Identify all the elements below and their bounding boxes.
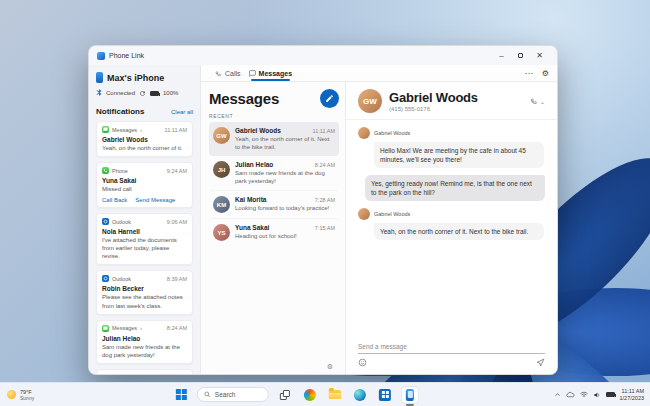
send-message-button[interactable]: Send Message	[135, 197, 175, 203]
start-button[interactable]	[172, 386, 190, 404]
message-preview: Heading out for school!	[235, 232, 335, 240]
notification-title: Gabriel Woods	[102, 136, 187, 143]
conversation-list-item[interactable]: YS Yuna Sakai7:15 AM Heading out for sch…	[209, 218, 339, 246]
message-bubble: Yeah, on the north corner of it. Next to…	[374, 223, 544, 240]
taskbar-app-phone-link[interactable]	[401, 386, 419, 404]
more-menu-icon[interactable]: ⋯	[525, 69, 533, 78]
call-back-button[interactable]: Call Back	[102, 197, 127, 203]
notification-card[interactable]: Outlook 8:39 AM Robin Becker Please see …	[96, 270, 193, 314]
message-bubble: Hello Max! We are meeting by the cafe in…	[374, 142, 544, 168]
system-tray: 11:11 AM 1/27/2023	[554, 383, 644, 406]
notification-time: 11:11 AM	[165, 127, 187, 133]
device-name: Max's iPhone	[107, 73, 164, 83]
avatar: GW	[213, 127, 230, 144]
minimize-button[interactable]: –	[492, 48, 511, 63]
message-time: 7:15 AM	[315, 225, 335, 231]
conversation-list-item[interactable]: GW Gabriel Woods11:11 AM Yeah, on the no…	[209, 122, 339, 156]
avatar: YS	[213, 224, 230, 241]
message-time: 7:28 AM	[315, 197, 335, 203]
wifi-icon[interactable]	[580, 391, 588, 398]
tab-calls-label: Calls	[225, 70, 241, 77]
phone-link-window: Phone Link – ✕ Max's iPhone Connected 10…	[88, 45, 558, 375]
tab-messages[interactable]: Messages	[245, 65, 296, 81]
refresh-icon[interactable]	[139, 90, 146, 97]
window-titlebar: Phone Link – ✕	[89, 46, 557, 65]
message-composer: Send a message	[346, 343, 557, 374]
notification-body: I've attached the documents from earlier…	[102, 236, 187, 260]
outlook-app-icon	[102, 275, 109, 282]
recent-label: Recent	[209, 113, 339, 119]
window-title: Phone Link	[109, 52, 144, 59]
notification-card[interactable]: Messages › 8:23 AM Julian Helao Thanks f…	[96, 369, 193, 374]
contact-name: Kai Morita	[235, 196, 266, 203]
volume-icon[interactable]	[593, 391, 601, 399]
notification-app-label: Messages	[112, 127, 137, 133]
connection-status: Connected	[106, 90, 135, 96]
notification-app-label: Outlook	[112, 219, 131, 225]
incoming-message-group: Gabriel Woods Yeah, on the north corner …	[358, 208, 545, 240]
conversation-list-item[interactable]: KM Kai Morita7:28 AM Looking forward to …	[209, 190, 339, 218]
tray-chevron-up-icon[interactable]	[554, 391, 561, 398]
avatar	[358, 127, 370, 139]
notification-title: Julian Helao	[102, 335, 187, 342]
message-bubble: Yes, getting ready now! Remind me, is th…	[365, 175, 545, 201]
onedrive-cloud-icon[interactable]	[566, 391, 575, 398]
compose-icon	[325, 94, 334, 103]
chevron-right-icon: ›	[140, 325, 142, 331]
notification-time: 9:24 AM	[167, 168, 187, 174]
messages-panel-title: Messages	[209, 90, 279, 107]
conversation-contact-name: Gabriel Woods	[389, 90, 478, 105]
notification-card[interactable]: Messages › 11:11 AM Gabriel Woods Yeah, …	[96, 121, 193, 157]
taskbar-app-file-explorer[interactable]	[326, 386, 344, 404]
contact-name: Yuna Sakai	[235, 224, 269, 231]
contact-name: Gabriel Woods	[235, 127, 281, 134]
notification-card[interactable]: Messages › 8:24 AM Julian Helao Sam made…	[96, 320, 193, 364]
task-view-icon	[280, 390, 290, 400]
taskbar-app-copilot[interactable]	[301, 386, 319, 404]
task-view-button[interactable]	[276, 386, 294, 404]
phone-app-icon	[102, 167, 109, 174]
message-time: 8:24 AM	[315, 162, 335, 168]
tray-battery-icon[interactable]	[606, 392, 615, 397]
taskbar-app-store[interactable]	[376, 386, 394, 404]
message-input[interactable]: Send a message	[358, 343, 545, 354]
conversation-list-item[interactable]: JH Julian Helao8:24 AM Sam made new frie…	[209, 156, 339, 190]
notification-title: Robin Becker	[102, 285, 187, 292]
maximize-button[interactable]	[511, 48, 530, 63]
emoji-icon[interactable]	[358, 358, 367, 367]
battery-icon	[150, 91, 159, 96]
notifications-title: Notifications	[96, 107, 144, 116]
call-contact-button[interactable]: ⌄	[530, 97, 545, 105]
new-message-button[interactable]	[320, 89, 339, 108]
send-icon[interactable]	[536, 358, 545, 367]
notification-card[interactable]: Outlook 9:06 AM Nola Harnell I've attach…	[96, 213, 193, 265]
chevron-down-icon: ⌄	[540, 98, 545, 105]
notification-title: Yuna Sakai	[102, 177, 187, 184]
weather-widget[interactable]: 79°F Sunny	[7, 383, 34, 406]
notification-list: Messages › 11:11 AM Gabriel Woods Yeah, …	[96, 121, 193, 374]
notification-card[interactable]: Phone 9:24 AM Yuna Sakai Missed call Cal…	[96, 162, 193, 208]
device-sidebar: Max's iPhone Connected 100% Notification…	[89, 65, 201, 374]
taskbar: 79°F Sunny Search 11:11 AM 1/27/2023	[0, 382, 650, 406]
tab-calls[interactable]: Calls	[211, 65, 245, 81]
phone-link-logo-icon	[97, 52, 105, 60]
notification-body: Please see the attached notes from last …	[102, 293, 187, 309]
avatar: JH	[213, 161, 230, 178]
taskbar-clock[interactable]: 11:11 AM 1/27/2023	[620, 388, 644, 402]
messages-app-icon	[102, 126, 109, 133]
message-thread: Gabriel Woods Hello Max! We are meeting …	[346, 120, 557, 343]
messages-list-panel: Messages Recent GW Gabriel Woods11:11 AM…	[201, 82, 346, 374]
taskbar-app-edge[interactable]	[351, 386, 369, 404]
close-button[interactable]: ✕	[530, 48, 549, 63]
call-icon	[530, 97, 538, 105]
sender-name: Gabriel Woods	[374, 211, 410, 217]
store-icon	[379, 389, 391, 401]
clear-all-link[interactable]: Clear all	[171, 109, 193, 115]
conversation-phone-number: (415) 555-0176	[389, 106, 478, 112]
search-bar[interactable]: Search	[197, 387, 269, 402]
clock-date: 1/27/2023	[620, 395, 644, 402]
maximize-icon	[518, 53, 523, 58]
settings-gear-icon[interactable]: ⚙	[542, 69, 549, 78]
messages-tab-icon	[249, 70, 256, 77]
gear-icon[interactable]: ⚙	[327, 363, 333, 371]
